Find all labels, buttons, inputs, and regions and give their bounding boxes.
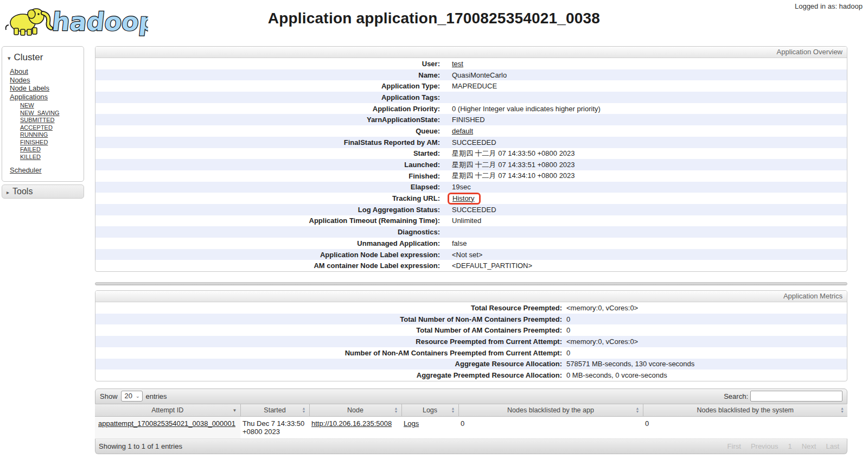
sidebar-item-state-finished[interactable]: FINISHED	[20, 139, 84, 146]
attempt-node-cell: http://10.206.16.235:5008	[309, 417, 401, 439]
sidebar-item-applications[interactable]: Applications	[10, 93, 84, 101]
sidebar-item-state-new[interactable]: NEW	[20, 102, 84, 110]
sidebar-item-state-running[interactable]: RUNNING	[20, 131, 84, 139]
overview-row: Tracking URL:History	[95, 193, 847, 204]
overview-value: 星期四 十二月 07 14:33:50 +0800 2023	[440, 149, 575, 158]
attempt-id-cell: appattempt_1700825354021_0038_000001	[95, 417, 240, 439]
overview-row: User:test	[95, 58, 847, 69]
overview-value-link[interactable]: default	[452, 127, 473, 135]
cluster-panel-header[interactable]: ▾Cluster	[2, 50, 84, 67]
sort-down-glyph: ▼	[451, 410, 455, 413]
overview-row: Started:星期四 十二月 07 14:33:50 +0800 2023	[95, 148, 847, 160]
metrics-label: Aggregate Resource Allocation:	[95, 360, 562, 368]
sidebar-item-state-new-saving[interactable]: NEW_SAVING	[20, 110, 84, 117]
sort-down-glyph: ▼	[636, 410, 640, 413]
blacklisted-by-app-cell: 0	[458, 417, 643, 439]
column-header-started[interactable]: Started▲▼	[240, 404, 309, 417]
overview-row: Unmanaged Application:false	[95, 238, 847, 249]
pagination-previous[interactable]: Previous	[746, 441, 783, 452]
overview-row: Queue:default	[95, 125, 847, 137]
overview-label: Name:	[95, 71, 440, 79]
blacklisted-by-system-cell: 0	[643, 417, 847, 439]
overview-value: QuasiMonteCarlo	[440, 71, 507, 79]
overview-row: Launched:星期四 十二月 07 14:33:51 +0800 2023	[95, 159, 847, 170]
logged-in-status: Logged in as: hadoop	[795, 2, 863, 10]
overview-label: FinalStatus Reported by AM:	[95, 138, 440, 146]
overview-row: Elapsed:19sec	[95, 182, 847, 193]
overview-label: Unmanaged Application:	[95, 239, 440, 247]
attempt-node-link[interactable]: http://10.206.16.235:5008	[311, 419, 392, 428]
sidebar-item-scheduler[interactable]: Scheduler	[10, 166, 42, 174]
metrics-label: Resource Preempted from Current Attempt:	[95, 337, 562, 346]
tools-panel-header[interactable]: ▸Tools	[2, 184, 84, 199]
sort-both-icon: ▲▼	[451, 407, 455, 413]
cluster-panel: ▾Cluster AboutNodesNode LabelsApplicatio…	[2, 46, 84, 182]
sidebar-item-state-accepted[interactable]: ACCEPTED	[20, 124, 84, 132]
overview-label: Started:	[95, 149, 440, 157]
overview-row: Name:QuasiMonteCarlo	[95, 69, 847, 81]
metrics-value: <memory:0, vCores:0>	[562, 337, 638, 346]
overview-label: Launched:	[95, 161, 440, 169]
sidebar-item-state-killed[interactable]: KILLED	[20, 154, 84, 161]
sidebar-item-state-submitted[interactable]: SUBMITTED	[20, 117, 84, 124]
sort-down-glyph: ▼	[394, 410, 398, 413]
scheduler-link-wrap: Scheduler	[2, 165, 84, 175]
overview-value: 星期四 十二月 07 14:34:10 +0800 2023	[440, 171, 575, 181]
overview-value-link[interactable]: test	[452, 60, 463, 68]
overview-row: Diagnostics:	[95, 226, 847, 238]
tools-panel-title: Tools	[12, 187, 33, 196]
overview-value-link[interactable]: History	[452, 194, 474, 202]
metrics-value: 0	[562, 326, 570, 334]
application-metrics-rows: Total Resource Preempted:<memory:0, vCor…	[95, 302, 847, 381]
attempts-table-wrap: Show 20 ⌄ entries Search: Attempt ID▼Sta…	[95, 388, 847, 455]
overview-value: FINISHED	[440, 116, 485, 124]
metrics-value: 0	[562, 315, 570, 323]
attempts-table: Attempt ID▼Started▲▼Node▲▼Logs▲▼Nodes bl…	[95, 404, 847, 439]
search-input[interactable]	[750, 391, 843, 402]
application-overview-header: Application Overview	[95, 47, 847, 58]
column-label: Logs	[423, 406, 437, 414]
column-header-nodes-blacklisted-by-the-app[interactable]: Nodes blacklisted by the app▲▼	[458, 404, 643, 417]
overview-label: Queue:	[95, 127, 440, 135]
sort-both-icon: ▲▼	[840, 407, 844, 413]
column-header-logs[interactable]: Logs▲▼	[401, 404, 458, 417]
search-control: Search:	[724, 391, 843, 402]
search-label: Search:	[724, 392, 748, 400]
metrics-label: Number of Non-AM Containers Preempted fr…	[95, 349, 562, 357]
metrics-label: Aggregate Preempted Resource Allocation:	[95, 371, 562, 379]
hadoop-logo: hadoop	[4, 2, 148, 41]
sidebar-item-nodes[interactable]: Nodes	[10, 76, 84, 85]
pagination-first[interactable]: First	[723, 441, 745, 452]
pagination-last[interactable]: Last	[821, 441, 844, 452]
pagination-next[interactable]: Next	[797, 441, 821, 452]
column-header-nodes-blacklisted-by-the-system[interactable]: Nodes blacklisted by the system▲▼	[643, 404, 847, 417]
overview-label: Finished:	[95, 172, 440, 180]
metrics-row: Total Number of Non-AM Containers Preemp…	[95, 314, 847, 325]
metrics-label: Total Number of Non-AM Containers Preemp…	[95, 315, 562, 323]
column-header-attempt-id[interactable]: Attempt ID▼	[95, 404, 240, 417]
sort-both-icon: ▲▼	[394, 407, 398, 413]
attempt-id-link[interactable]: appattempt_1700825354021_0038_000001	[98, 419, 235, 428]
hadoop-wordmark: hadoop	[50, 7, 148, 36]
attempt-started-cell: Thu Dec 7 14:33:50 +0800 2023	[240, 417, 309, 439]
overview-label: Elapsed:	[95, 183, 440, 191]
overview-value: 星期四 十二月 07 14:33:51 +0800 2023	[440, 160, 575, 170]
attempt-logs-link[interactable]: Logs	[404, 419, 419, 428]
metrics-row: Number of Non-AM Containers Preempted fr…	[95, 347, 847, 359]
application-metrics-section: Application Metrics Total Resource Preem…	[95, 290, 847, 381]
page-size-select[interactable]: 20 ⌄	[121, 391, 143, 402]
overview-value: default	[440, 127, 473, 135]
overview-row: Application Timeout (Remaining Time):Unl…	[95, 215, 847, 227]
pagination: FirstPrevious1NextLast	[723, 441, 844, 452]
overview-value: 0 (Higher Integer value indicates higher…	[440, 105, 601, 113]
sidebar-item-node-labels[interactable]: Node Labels	[10, 84, 84, 93]
sidebar: ▾Cluster AboutNodesNode LabelsApplicatio…	[2, 46, 84, 199]
pagination-1[interactable]: 1	[783, 441, 796, 452]
sidebar-item-about[interactable]: About	[10, 67, 84, 76]
column-header-node[interactable]: Node▲▼	[309, 404, 401, 417]
sidebar-item-state-failed[interactable]: FAILED	[20, 146, 84, 154]
overview-label: Application Node Label expression:	[95, 251, 440, 259]
column-label: Started	[264, 406, 285, 414]
application-state-links: NEWNEW_SAVINGSUBMITTEDACCEPTEDRUNNINGFIN…	[2, 102, 84, 161]
cluster-links: AboutNodesNode LabelsApplications	[2, 67, 84, 101]
